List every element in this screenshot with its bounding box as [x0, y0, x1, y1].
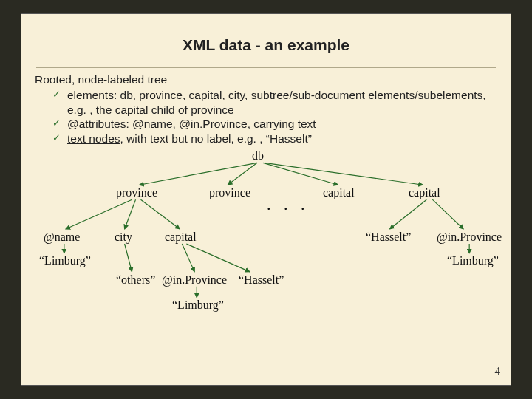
svg-line-6: [141, 200, 180, 229]
ellipsis: . . .: [267, 195, 310, 214]
bullet-underline: elements: [67, 89, 114, 101]
bullet-text: : db, province, capital, city, subtree/s…: [67, 89, 486, 116]
svg-line-12: [186, 244, 250, 272]
node-limburg-lower: “Limburg”: [172, 299, 224, 312]
svg-line-4: [66, 200, 132, 229]
slide: XML data - an example Rooted, node-label…: [21, 13, 511, 386]
bullet-text: : @name, @in.Province, carrying text: [126, 117, 316, 130]
bullet-underline: @attributes: [67, 117, 126, 130]
bullet-list: elements: db, province, capital, city, s…: [35, 88, 497, 146]
svg-line-2: [263, 163, 338, 185]
slide-title: XML data - an example: [21, 14, 511, 67]
svg-line-0: [140, 163, 258, 185]
tree-diagram: db province province capital capital . .…: [21, 146, 511, 338]
content-block: Rooted, node-labeled tree elements: db, …: [21, 68, 511, 146]
bullet-item: text nodes, with text but no label, e.g.…: [52, 132, 497, 146]
lead-text: Rooted, node-labeled tree: [35, 72, 497, 87]
node-limburg-left: “Limburg”: [39, 254, 91, 267]
bullet-underline: text nodes: [67, 132, 120, 145]
svg-line-8: [432, 200, 463, 229]
node-inprovince-right: @in.Province: [437, 231, 502, 244]
node-others: “others”: [116, 273, 155, 287]
svg-line-5: [125, 200, 136, 229]
node-capital-child: capital: [165, 231, 197, 244]
bullet-item: elements: db, province, capital, city, s…: [52, 88, 497, 117]
node-limburg-right: “Limburg”: [447, 254, 499, 267]
node-root: db: [252, 149, 264, 163]
node-name-attr: @name: [44, 231, 80, 244]
svg-line-1: [228, 163, 257, 185]
page-number: 4: [495, 365, 501, 378]
node-city: city: [115, 231, 132, 244]
node-province-1: province: [116, 186, 157, 200]
svg-line-10: [125, 244, 132, 272]
bullet-item: @attributes: @name, @in.Province, carryi…: [52, 117, 497, 132]
svg-line-7: [389, 200, 426, 229]
bullet-text: , with text but no label, e.g. , “Hassel…: [120, 132, 312, 145]
node-hasselt-lower: “Hasselt”: [239, 273, 284, 287]
node-capital-2: capital: [409, 186, 440, 200]
node-inprovince-lower: @in.Province: [162, 273, 227, 287]
node-hasselt-right: “Hasselt”: [366, 231, 411, 244]
svg-line-11: [182, 244, 194, 272]
svg-line-3: [265, 163, 423, 185]
node-capital-1: capital: [323, 186, 355, 200]
node-province-2: province: [209, 186, 250, 200]
